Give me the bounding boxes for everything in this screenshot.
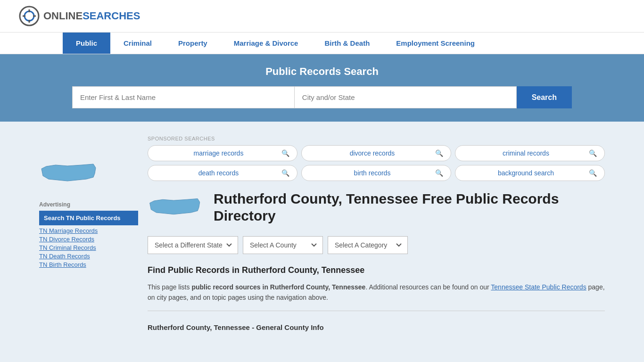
logo[interactable]: ONLINESEARCHES	[19, 6, 140, 26]
state-dropdown[interactable]: Select a Different State	[148, 236, 238, 254]
sponsored-item-marriage[interactable]: marriage records 🔍	[148, 145, 297, 161]
search-icon-4: 🔍	[281, 169, 289, 177]
svg-marker-7	[150, 198, 200, 214]
search-icon-2: 🔍	[435, 149, 443, 157]
state-shape-icon	[148, 194, 204, 225]
sidebar: Advertising Search TN Public Records TN …	[39, 131, 138, 334]
logo-icon	[19, 6, 40, 26]
name-input[interactable]	[72, 86, 294, 108]
search-banner-title: Public Records Search	[19, 66, 625, 78]
find-records-section: Find Public Records in Rutherford County…	[148, 265, 605, 334]
search-icon-6: 🔍	[589, 169, 597, 177]
nav-item-property[interactable]: Property	[165, 33, 221, 54]
county-info-title: Rutherford County, Tennessee - General C…	[148, 319, 605, 334]
sidebar-ad-label: Advertising	[39, 201, 138, 208]
sidebar-ad-highlight[interactable]: Search TN Public Records	[39, 211, 138, 225]
sidebar-link-marriage[interactable]: TN Marriage Records	[39, 227, 138, 234]
main-nav: Public Criminal Property Marriage & Divo…	[0, 33, 644, 54]
page-hero: Rutherford County, Tennessee Free Public…	[148, 190, 605, 225]
state-map	[39, 159, 138, 194]
nav-item-employment[interactable]: Employment Screening	[383, 33, 488, 54]
sponsored-item-birth[interactable]: birth records 🔍	[301, 165, 451, 181]
nav-item-criminal[interactable]: Criminal	[110, 33, 165, 54]
category-dropdown[interactable]: Select A Category	[328, 236, 408, 254]
sponsored-grid: marriage records 🔍 divorce records 🔍 cri…	[148, 145, 605, 181]
nav-item-public[interactable]: Public	[63, 33, 110, 54]
dropdowns-row: Select a Different State Select A County…	[148, 236, 605, 254]
nav-item-birth-death[interactable]: Birth & Death	[311, 33, 383, 54]
search-icon-1: 🔍	[281, 149, 289, 157]
logo-online-text: ONLINE	[43, 10, 83, 22]
nav-item-marriage-divorce[interactable]: Marriage & Divorce	[221, 33, 312, 54]
sidebar-link-criminal[interactable]: TN Criminal Records	[39, 244, 138, 251]
page-title: Rutherford County, Tennessee Free Public…	[214, 190, 605, 224]
location-input[interactable]	[294, 86, 517, 108]
search-icon-5: 🔍	[435, 169, 443, 177]
county-dropdown[interactable]: Select A County	[243, 236, 323, 254]
sidebar-link-birth[interactable]: TN Birth Records	[39, 261, 138, 268]
description-text: This page lists public record sources in…	[148, 282, 605, 303]
search-banner: Public Records Search Search	[0, 54, 644, 122]
search-icon-3: 🔍	[589, 149, 597, 157]
svg-point-1	[25, 11, 34, 21]
sponsored-item-divorce[interactable]: divorce records 🔍	[301, 145, 451, 161]
sponsored-section: SPONSORED SEARCHES marriage records 🔍 di…	[148, 131, 605, 181]
main-wrapper: Advertising Search TN Public Records TN …	[30, 122, 614, 353]
tennessee-map-icon	[39, 159, 100, 192]
sponsored-item-background[interactable]: background search 🔍	[455, 165, 605, 181]
sponsored-label: SPONSORED SEARCHES	[148, 136, 605, 141]
sidebar-link-death[interactable]: TN Death Records	[39, 253, 138, 260]
sponsored-item-death[interactable]: death records 🔍	[148, 165, 297, 181]
tn-public-records-link[interactable]: Tennessee State Public Records	[491, 283, 586, 291]
content-area: SPONSORED SEARCHES marriage records 🔍 di…	[148, 131, 605, 334]
search-button[interactable]: Search	[517, 86, 572, 108]
search-form: Search	[72, 86, 572, 108]
svg-marker-6	[41, 164, 96, 181]
find-records-title: Find Public Records in Rutherford County…	[148, 265, 605, 275]
logo-searches-text: SEARCHES	[83, 10, 140, 22]
section-divider	[148, 311, 605, 311]
sponsored-item-criminal[interactable]: criminal records 🔍	[455, 145, 605, 161]
sidebar-link-divorce[interactable]: TN Divorce Records	[39, 236, 138, 243]
site-header: ONLINESEARCHES	[0, 0, 644, 33]
